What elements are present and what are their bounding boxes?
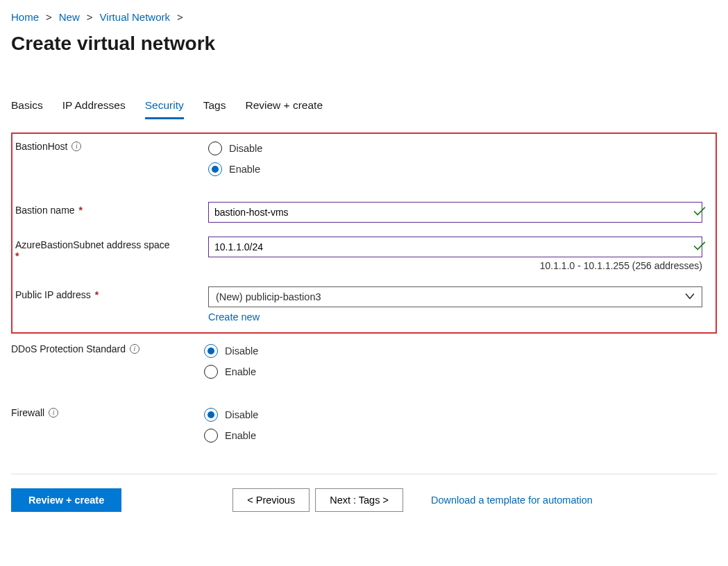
previous-button[interactable]: < Previous: [232, 488, 310, 512]
bastion-section-highlight: BastionHost i Disable Enable Bastion nam…: [11, 132, 717, 334]
bastion-subnet-input[interactable]: [208, 237, 702, 257]
firewall-label: Firewall: [11, 407, 44, 418]
required-marker: *: [15, 250, 19, 261]
bastion-host-enable-radio[interactable]: [208, 162, 222, 176]
public-ip-dropdown[interactable]: (New) publicip-bastion3: [208, 286, 702, 307]
bastion-name-label: Bastion name: [15, 205, 75, 216]
chevron-right-icon: >: [87, 11, 93, 23]
breadcrumb-virtual-network[interactable]: Virtual Network: [100, 11, 170, 23]
chevron-right-icon: >: [177, 11, 183, 23]
chevron-down-icon: [685, 291, 695, 303]
bastion-subnet-label: AzureBastionSubnet address space: [15, 239, 170, 250]
bastion-name-input[interactable]: [208, 202, 702, 223]
page-title: Create virtual network: [11, 33, 717, 55]
ddos-enable-label: Enable: [225, 366, 256, 377]
bastion-host-disable-radio[interactable]: [208, 142, 222, 155]
breadcrumb-new[interactable]: New: [59, 11, 80, 23]
ddos-enable-radio[interactable]: [204, 365, 218, 379]
tab-bar: Basics IP Addresses Security Tags Review…: [11, 96, 717, 120]
breadcrumb: Home > New > Virtual Network >: [11, 11, 717, 23]
firewall-disable-label: Disable: [225, 409, 258, 420]
firewall-enable-label: Enable: [225, 430, 256, 441]
chevron-right-icon: >: [46, 11, 52, 23]
download-template-link[interactable]: Download a template for automation: [431, 495, 593, 506]
bastion-host-enable-label: Enable: [229, 164, 260, 175]
review-create-button[interactable]: Review + create: [11, 488, 121, 512]
firewall-disable-radio[interactable]: [204, 408, 218, 422]
check-icon: [693, 241, 706, 253]
tab-security[interactable]: Security: [145, 96, 184, 119]
bastion-subnet-help: 10.1.1.0 - 10.1.1.255 (256 addresses): [208, 260, 702, 271]
info-icon[interactable]: i: [71, 142, 81, 151]
ddos-disable-label: Disable: [225, 345, 258, 357]
bastion-host-label: BastionHost: [15, 141, 67, 152]
wizard-footer: Review + create < Previous Next : Tags >…: [11, 474, 717, 531]
info-icon[interactable]: i: [49, 408, 58, 418]
tab-review-create[interactable]: Review + create: [245, 96, 323, 119]
ddos-label: DDoS Protection Standard: [11, 343, 126, 354]
info-icon[interactable]: i: [130, 344, 139, 354]
required-marker: *: [79, 205, 83, 216]
create-new-link[interactable]: Create new: [208, 311, 260, 323]
bastion-host-disable-label: Disable: [229, 143, 262, 154]
public-ip-selected: (New) publicip-bastion3: [216, 291, 321, 302]
firewall-enable-radio[interactable]: [204, 429, 218, 443]
public-ip-label: Public IP address: [15, 289, 91, 300]
ddos-disable-radio[interactable]: [204, 344, 218, 358]
tab-basics[interactable]: Basics: [11, 96, 43, 119]
tab-ip-addresses[interactable]: IP Addresses: [62, 96, 126, 119]
tab-tags[interactable]: Tags: [203, 96, 226, 119]
check-icon: [693, 207, 706, 218]
breadcrumb-home[interactable]: Home: [11, 11, 39, 23]
next-button[interactable]: Next : Tags >: [315, 488, 403, 512]
required-marker: *: [95, 289, 99, 300]
